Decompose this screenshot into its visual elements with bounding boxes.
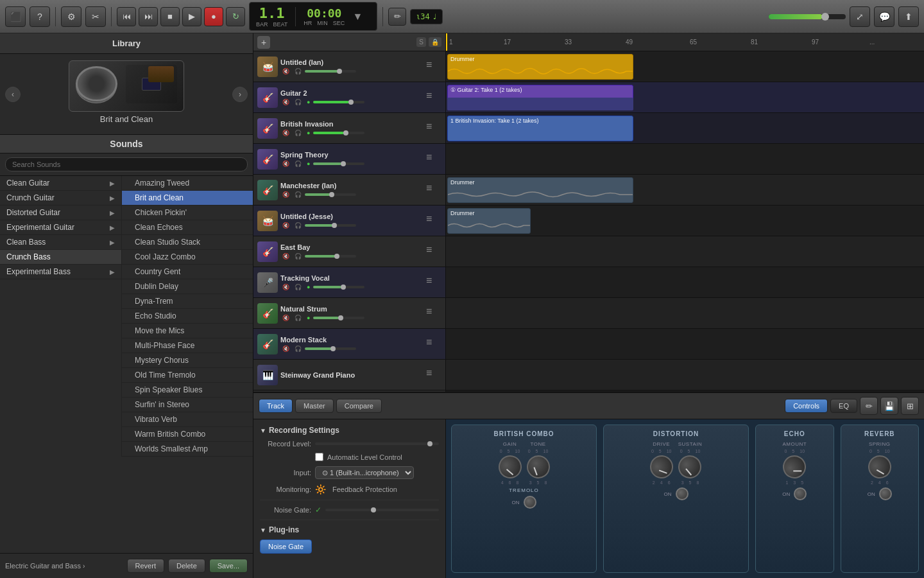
sound-country-gent[interactable]: Country Gent bbox=[122, 265, 253, 279]
mute-btn[interactable]: 🔇 bbox=[280, 345, 291, 353]
drive-knob[interactable] bbox=[645, 451, 678, 484]
volume-knob[interactable] bbox=[821, 13, 829, 21]
scissors-btn[interactable]: ✂ bbox=[85, 6, 106, 27]
category-crunch-guitar[interactable]: Crunch Guitar ▶ bbox=[0, 191, 121, 206]
help-btn[interactable]: ? bbox=[30, 6, 50, 27]
dropdown-arrow[interactable]: ▼ bbox=[352, 11, 363, 22]
mute-btn[interactable]: 🔇 bbox=[280, 191, 291, 198]
revert-button[interactable]: Revert bbox=[127, 559, 164, 573]
rewind-btn[interactable]: ⏮ bbox=[117, 7, 136, 26]
sound-echo-studio[interactable]: Echo Studio bbox=[122, 309, 253, 324]
headphones-icon[interactable]: 🎧 bbox=[293, 98, 304, 106]
reverb-on-knob[interactable] bbox=[879, 487, 892, 500]
track-fader[interactable] bbox=[305, 347, 356, 350]
clip-drummer-ian[interactable]: Drummer bbox=[447, 54, 633, 80]
sound-clean-echoes[interactable]: Clean Echoes bbox=[122, 220, 253, 235]
sound-amazing-tweed[interactable]: Amazing Tweed bbox=[122, 176, 253, 191]
tab-master[interactable]: Master bbox=[295, 399, 334, 413]
input-select[interactable]: ⊙ 1 (Built-in...icrophone) bbox=[315, 466, 414, 479]
new-document-btn[interactable]: ⬛ bbox=[5, 6, 26, 27]
pencil-tool-btn[interactable]: ✏ bbox=[388, 8, 406, 26]
headphones-icon[interactable]: 🎧 bbox=[293, 345, 304, 353]
settings-btn[interactable]: ⚙ bbox=[61, 6, 81, 27]
track-fader[interactable] bbox=[305, 255, 356, 258]
sound-worlds-smallest-amp[interactable]: Worlds Smallest Amp bbox=[122, 442, 253, 457]
gain-knob[interactable] bbox=[495, 452, 524, 482]
distortion-on-knob[interactable] bbox=[676, 487, 689, 500]
headphones-icon[interactable]: 🎧 bbox=[293, 314, 304, 322]
record-level-slider[interactable] bbox=[315, 442, 439, 445]
sound-clean-studio-stack[interactable]: Clean Studio Stack bbox=[122, 235, 253, 250]
sound-brit-and-clean[interactable]: Brit and Clean bbox=[122, 191, 253, 206]
sound-old-time-tremolo[interactable]: Old Time Tremolo bbox=[122, 368, 253, 383]
track-fader[interactable] bbox=[313, 162, 364, 165]
add-track-btn[interactable]: + bbox=[257, 36, 270, 49]
sound-spin-speaker-blues[interactable]: Spin Speaker Blues bbox=[122, 383, 253, 398]
category-distorted-guitar[interactable]: Distorted Guitar ▶ bbox=[0, 206, 121, 220]
sound-move-the-mics[interactable]: Move the Mics bbox=[122, 324, 253, 338]
category-experimental-guitar[interactable]: Experimental Guitar ▶ bbox=[0, 220, 121, 235]
mute-btn[interactable]: 🔇 bbox=[280, 283, 291, 291]
mute-btn[interactable]: 🔇 bbox=[280, 252, 291, 260]
cycle-btn[interactable]: ↻ bbox=[226, 7, 245, 26]
sound-warm-british-combo[interactable]: Warm British Combo bbox=[122, 427, 253, 442]
tab-controls[interactable]: Controls bbox=[785, 399, 828, 413]
record-arm-icon[interactable]: ● bbox=[305, 283, 312, 291]
delete-button[interactable]: Delete bbox=[168, 559, 205, 573]
tone-knob[interactable] bbox=[525, 453, 552, 480]
category-clean-guitar[interactable]: Clean Guitar ▶ bbox=[0, 176, 121, 191]
headphones-icon[interactable]: 🎧 bbox=[293, 160, 304, 168]
monitoring-toggle[interactable]: 🔆 bbox=[315, 484, 326, 495]
chat-btn[interactable]: 💬 bbox=[874, 6, 894, 27]
stop-btn[interactable]: ■ bbox=[160, 7, 180, 26]
sound-cool-jazz-combo[interactable]: Cool Jazz Combo bbox=[122, 250, 253, 265]
track-fader[interactable] bbox=[305, 193, 356, 196]
mute-btn[interactable]: 🔇 bbox=[280, 129, 291, 137]
sound-vibrato-verb[interactable]: Vibrato Verb bbox=[122, 412, 253, 427]
sound-dyna-trem[interactable]: Dyna-Trem bbox=[122, 294, 253, 309]
headphones-icon[interactable]: 🎧 bbox=[293, 191, 304, 198]
echo-on-knob[interactable] bbox=[794, 487, 807, 500]
expand-btn[interactable]: ⤢ bbox=[850, 6, 870, 27]
play-btn[interactable]: ▶ bbox=[182, 7, 201, 26]
sustain-knob[interactable] bbox=[677, 453, 704, 480]
record-level-knob[interactable] bbox=[427, 441, 432, 446]
track-fader[interactable] bbox=[313, 286, 364, 288]
record-arm-icon[interactable]: ● bbox=[305, 314, 312, 322]
record-arm-icon[interactable]: ● bbox=[305, 129, 312, 137]
headphones-icon[interactable]: 🎧 bbox=[293, 67, 304, 75]
reverb-spring-knob[interactable] bbox=[864, 451, 895, 482]
track-fader[interactable] bbox=[313, 132, 364, 134]
save-bottom-btn[interactable]: 💾 bbox=[880, 397, 898, 415]
pencil-bottom-btn[interactable]: ✏ bbox=[860, 397, 878, 415]
auto-level-checkbox[interactable] bbox=[315, 453, 323, 461]
track-fader[interactable] bbox=[305, 70, 356, 73]
sound-multi-phase-face[interactable]: Multi-Phase Face bbox=[122, 338, 253, 353]
next-arrow[interactable]: › bbox=[232, 87, 248, 102]
fast-forward-btn[interactable]: ⏭ bbox=[139, 7, 158, 26]
mute-btn[interactable]: 🔇 bbox=[280, 222, 291, 229]
tab-eq[interactable]: EQ bbox=[830, 399, 857, 413]
mute-btn[interactable]: 🔇 bbox=[280, 160, 291, 168]
record-arm-icon[interactable]: ● bbox=[305, 160, 312, 168]
clip-british-invasion[interactable]: 1 British Invasion: Take 1 (2 takes) bbox=[447, 116, 633, 141]
smart-controls-btn[interactable]: S bbox=[416, 37, 426, 47]
headphones-icon[interactable]: 🎧 bbox=[293, 222, 304, 229]
tab-compare[interactable]: Compare bbox=[336, 399, 382, 413]
record-arm-icon[interactable]: ● bbox=[305, 98, 312, 106]
sound-mystery-chorus[interactable]: Mystery Chorus bbox=[122, 353, 253, 368]
headphones-icon[interactable]: 🎧 bbox=[293, 252, 304, 260]
echo-amount-knob[interactable] bbox=[779, 451, 810, 482]
track-fader[interactable] bbox=[313, 317, 364, 319]
search-input[interactable] bbox=[5, 157, 248, 171]
category-experimental-bass[interactable]: Experimental Bass ▶ bbox=[0, 265, 121, 279]
track-fader[interactable] bbox=[313, 101, 364, 103]
british-combo-on-knob[interactable] bbox=[524, 496, 536, 509]
mute-btn[interactable]: 🔇 bbox=[280, 314, 291, 322]
sound-dublin-delay[interactable]: Dublin Delay bbox=[122, 279, 253, 294]
clip-manchester-drummer[interactable]: Drummer bbox=[447, 177, 633, 203]
save-button[interactable]: Save... bbox=[209, 559, 248, 573]
sound-chicken-pickin[interactable]: Chicken Pickin' bbox=[122, 206, 253, 220]
record-btn[interactable]: ● bbox=[204, 7, 223, 26]
category-clean-bass[interactable]: Clean Bass ▶ bbox=[0, 235, 121, 250]
